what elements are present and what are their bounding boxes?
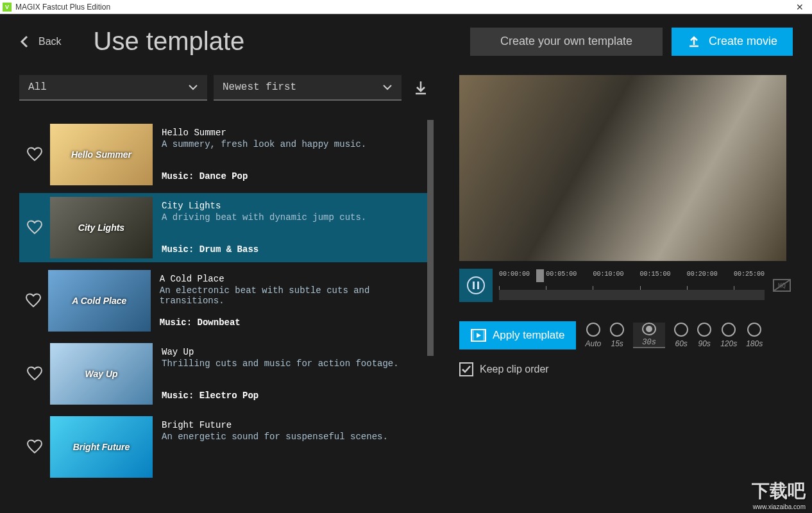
create-own-template-button[interactable]: Create your own template [470,28,663,56]
template-item[interactable]: Bright FutureBright FutureAn energetic s… [19,412,427,482]
duration-option[interactable]: 15s [610,323,624,348]
pause-button[interactable] [459,269,493,302]
duration-label: 60s [675,339,687,348]
template-item[interactable]: Hello SummerHello SummerA summery, fresh… [19,120,427,189]
timeline-tick: 00:15:00 [640,271,671,286]
template-description: A driving beat with dynamic jump cuts. [162,212,366,223]
heart-icon [25,293,42,308]
timeline[interactable]: 00:00:0000:05:0000:10:0000:15:0000:20:00… [499,271,765,300]
window-title: MAGIX Fastcut Plus Edition [15,3,790,12]
timeline-tick: 00:05:00 [546,271,577,286]
radio-icon [674,323,688,337]
app-logo-icon: V [3,3,12,12]
create-movie-button[interactable]: Create movie [672,28,793,56]
template-name: A Cold Place [160,274,414,284]
download-button[interactable] [408,75,434,101]
timeline-tick: 00:10:00 [593,271,623,286]
duration-label: 90s [698,339,710,348]
template-description: A summery, fresh look and happy music. [162,139,366,149]
template-music: Music: Drum & Bass [162,244,366,255]
duration-option[interactable]: 60s [674,323,688,348]
template-meta: City LightsA driving beat with dynamic j… [153,197,375,258]
template-thumbnail: City Lights [50,197,153,258]
template-meta: Hello SummerA summery, fresh look and ha… [153,124,375,185]
duration-label: 120s [720,339,737,348]
close-button[interactable]: ✕ [790,2,809,12]
download-icon [414,80,428,96]
duration-label: 30s [642,338,656,347]
template-description: Thrilling cuts and music for action foot… [162,358,399,369]
radio-icon [697,323,711,337]
template-thumbnail: Bright Future [50,416,153,478]
favorite-button[interactable] [23,197,46,258]
duration-option[interactable]: 90s [697,323,711,348]
duration-label: Auto [585,339,601,348]
template-meta: A Cold PlaceAn electronic beat with subt… [151,270,423,332]
heart-icon [26,220,43,235]
duration-option[interactable]: 30s [633,323,665,348]
heart-icon [26,366,43,382]
duration-options: Auto15s30s60s90s120s180s [585,323,763,348]
radio-icon [747,323,761,337]
svg-point-0 [468,277,484,294]
duration-option[interactable]: Auto [585,323,601,348]
checkbox-icon [459,362,473,376]
duration-label: 180s [746,339,763,348]
radio-icon [586,323,600,337]
duration-option[interactable]: 120s [720,323,737,348]
timeline-tick: 00:20:00 [687,271,718,286]
template-meta: Way UpThrilling cuts and music for actio… [153,343,408,405]
chevron-left-icon [19,35,30,48]
template-music: Music: Dance Pop [162,171,366,181]
favorite-button[interactable] [23,124,46,185]
timeline-tick: 00:25:00 [734,271,765,286]
keep-clip-order-checkbox[interactable]: Keep clip order [459,362,793,376]
back-label: Back [38,36,62,47]
hq-icon: HQ [773,279,791,292]
favorite-button[interactable] [23,416,46,478]
scrollbar[interactable] [427,120,434,513]
template-list[interactable]: Hello SummerHello SummerA summery, fresh… [19,120,434,513]
radio-icon [610,323,624,337]
template-item[interactable]: City LightsCity LightsA driving beat wit… [19,193,427,262]
template-description: An energetic sound for suspenseful scene… [162,432,388,442]
window-title-bar: V MAGIX Fastcut Plus Edition ✕ [0,0,812,14]
back-button[interactable]: Back [19,35,62,48]
favorite-button[interactable] [23,343,46,405]
template-name: Way Up [162,347,399,357]
playhead[interactable] [536,269,544,282]
chevron-down-icon [188,84,198,90]
heart-icon [26,147,43,162]
category-select[interactable]: All [19,75,207,101]
timeline-tick: 00:00:00 [499,271,530,286]
pause-icon [466,276,486,295]
preview-pane [459,75,786,261]
template-description: An electronic beat with subtle cuts and … [160,285,414,306]
template-meta: Bright FutureAn energetic sound for susp… [153,416,397,478]
template-thumbnail: Hello Summer [50,124,153,185]
apply-template-button[interactable]: Apply template [459,321,576,349]
svg-rect-7 [471,330,474,341]
duration-option[interactable]: 180s [746,323,763,348]
template-thumbnail: Way Up [50,343,153,405]
template-music: Music: Electro Pop [162,391,399,401]
template-name: Bright Future [162,420,388,430]
template-item[interactable]: A Cold PlaceA Cold PlaceAn electronic be… [19,266,427,335]
template-name: City Lights [162,201,366,211]
page-title: Use template [94,27,470,56]
timeline-track[interactable] [499,290,765,300]
svg-rect-8 [483,330,486,341]
upload-icon [687,35,701,49]
heart-icon [26,439,43,455]
hq-toggle[interactable]: HQ [771,279,793,292]
favorite-button[interactable] [23,270,44,332]
template-music: Music: Downbeat [160,317,414,328]
template-thumbnail: A Cold Place [48,270,151,332]
duration-label: 15s [611,339,623,348]
template-item[interactable]: Way UpWay UpThrilling cuts and music for… [19,339,427,408]
film-play-icon [471,329,486,342]
sort-select[interactable]: Newest first [214,75,402,101]
svg-rect-2 [477,282,479,289]
template-name: Hello Summer [162,128,366,138]
radio-icon [722,323,736,337]
